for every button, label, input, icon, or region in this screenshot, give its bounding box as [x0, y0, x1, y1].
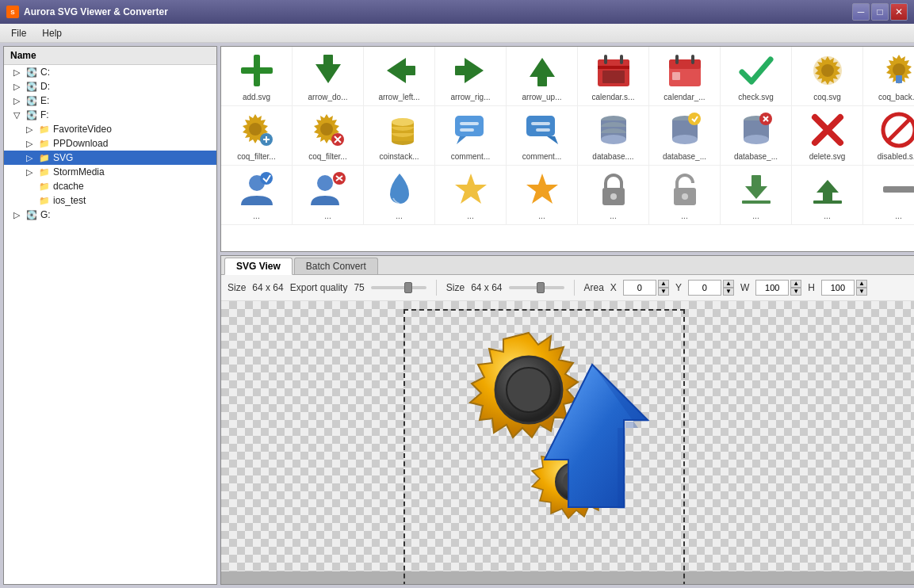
folder-icon: 📁: [38, 195, 51, 206]
y-label: Y: [675, 282, 682, 293]
icon-label: ...: [538, 212, 545, 221]
w-spin-up[interactable]: ▲: [790, 280, 801, 288]
tree-item-dcache[interactable]: 📁 dcache: [4, 179, 216, 193]
icon-cell-calendar2[interactable]: calendar_...: [649, 47, 721, 105]
canvas-area[interactable]: [221, 301, 914, 584]
tree-item-f[interactable]: ▽ 💽 F:: [4, 108, 216, 122]
icon-cell-coq-filter2[interactable]: coq_filter...: [293, 106, 364, 165]
icon-grid-scroll[interactable]: add.svg arrow_do... arrow_left...: [221, 47, 914, 251]
y-spin-arrows: ▲ ▼: [723, 280, 734, 296]
tree-item-g[interactable]: ▷ 💽 G:: [4, 208, 216, 222]
bar-icon: [878, 169, 915, 210]
icon-cell-r3-7[interactable]: ...: [649, 166, 721, 224]
h-spin-up[interactable]: ▲: [856, 280, 867, 288]
unlock-icon: [664, 169, 706, 210]
tree-item-ppdownload[interactable]: ▷ 📁 PPDownload: [4, 136, 216, 151]
icon-cell-r3-2[interactable]: ...: [293, 166, 364, 224]
menu-help[interactable]: Help: [34, 26, 70, 40]
y-spin-up[interactable]: ▲: [723, 280, 734, 288]
viewer-panel: SVG View Batch Convert Size 64 x 64 Expo…: [220, 255, 914, 585]
expand-icon: ▷: [23, 152, 36, 163]
folder-icon: 📁: [38, 181, 51, 192]
folder-icon: 📁: [38, 166, 51, 178]
icon-cell-r3-5[interactable]: ...: [507, 166, 578, 224]
icon-label: arrow_up...: [522, 93, 561, 102]
expand-icon: ▷: [10, 81, 23, 92]
icon-label: calendar_...: [664, 93, 705, 102]
menu-file[interactable]: File: [3, 26, 34, 40]
icon-cell-r3-8[interactable]: ...: [721, 166, 792, 224]
icon-cell-comment2[interactable]: comment...: [507, 106, 578, 165]
icon-cell-database3[interactable]: database_...: [721, 106, 792, 165]
tab-svg-view[interactable]: SVG View: [224, 258, 293, 275]
icon-cell-r3-10[interactable]: ...: [863, 166, 914, 224]
svg-rect-83: [813, 200, 842, 204]
icon-cell-comment1[interactable]: comment...: [435, 106, 507, 165]
svg-point-70: [317, 175, 333, 191]
icon-cell-r3-4[interactable]: ...: [435, 166, 507, 224]
file-tree: Name ▷ 💽 C: ▷ 💽 D: ▷ 💽 E: ▽ 💽 F: ▷: [3, 46, 217, 585]
svg-point-69: [260, 172, 273, 185]
y-spinbox[interactable]: [688, 280, 721, 296]
icon-cell-database2[interactable]: database_...: [649, 106, 721, 165]
icon-cell-r3-9[interactable]: ...: [792, 166, 863, 224]
h-spin-arrows: ▲ ▼: [856, 280, 867, 296]
tree-item-favoritevideo[interactable]: ▷ 📁 FavoriteVideo: [4, 122, 216, 136]
x-spin-down[interactable]: ▼: [658, 288, 669, 296]
check-icon: [736, 50, 777, 91]
icon-cell-arrow-up[interactable]: arrow_up...: [507, 47, 578, 105]
svg-rect-38: [455, 116, 484, 136]
maximize-button[interactable]: □: [871, 3, 889, 21]
w-spinbox-group: ▲ ▼: [755, 280, 801, 296]
close-button[interactable]: ✕: [890, 3, 908, 21]
icon-label: coq_back...: [878, 93, 914, 102]
tree-item-stormmedia[interactable]: ▷ 📁 StormMedia: [4, 165, 216, 179]
minimize-button[interactable]: ─: [852, 3, 870, 21]
tree-item-e[interactable]: ▷ 💽 E:: [4, 94, 216, 108]
tree-item-ios-test[interactable]: 📁 ios_test: [4, 193, 216, 208]
icon-cell-check[interactable]: check.svg: [721, 47, 792, 105]
svg-rect-17: [669, 59, 701, 69]
icon-cell-delete[interactable]: delete.svg: [792, 106, 863, 165]
icon-cell-add[interactable]: add.svg: [221, 47, 293, 105]
w-spinbox[interactable]: [755, 280, 789, 296]
icon-label: coinstack...: [379, 152, 419, 162]
icon-cell-arrow-right[interactable]: arrow_rig...: [435, 47, 507, 105]
quality-slider[interactable]: [371, 286, 426, 289]
drop-icon: [379, 169, 420, 210]
x-spinbox[interactable]: [623, 280, 656, 296]
user-x-icon: [308, 169, 349, 210]
icon-cell-coinstack[interactable]: coinstack...: [364, 106, 435, 165]
svg-rect-24: [896, 75, 902, 83]
tree-item-c[interactable]: ▷ 💽 C:: [4, 65, 216, 79]
icon-cell-disabled[interactable]: disabled.s...: [863, 106, 914, 165]
y-spin-down[interactable]: ▼: [723, 288, 734, 296]
comment2-icon: [522, 109, 563, 151]
icon-row-1: add.svg arrow_do... arrow_left...: [221, 47, 914, 106]
app-icon: S: [6, 6, 19, 18]
h-spinbox[interactable]: [821, 280, 855, 296]
icon-cell-arrow-left[interactable]: arrow_left...: [364, 47, 435, 105]
icon-cell-r3-6[interactable]: ...: [578, 166, 649, 224]
calendar1-icon: [593, 50, 634, 91]
svg-rect-42: [526, 116, 555, 136]
h-spin-down[interactable]: ▼: [856, 288, 867, 296]
icon-cell-coq-back1[interactable]: coq_back...: [863, 47, 914, 105]
arrow-left-icon: [379, 50, 420, 91]
icon-cell-database1[interactable]: database....: [578, 106, 649, 165]
icon-label: ...: [467, 212, 473, 221]
icon-cell-coq-filter1[interactable]: coq_filter...: [221, 106, 293, 165]
tab-batch-convert[interactable]: Batch Convert: [294, 258, 378, 274]
tree-item-svg[interactable]: ▷ 📁 SVG: [4, 151, 216, 165]
w-spin-down[interactable]: ▼: [790, 288, 801, 296]
x-spin-up[interactable]: ▲: [658, 280, 669, 288]
icon-cell-r3-1[interactable]: ...: [221, 166, 293, 224]
icon-cell-coq[interactable]: coq.svg: [792, 47, 863, 105]
icon-cell-r3-3[interactable]: ...: [364, 166, 435, 224]
icon-cell-arrow-down[interactable]: arrow_do...: [293, 47, 364, 105]
size-slider[interactable]: [509, 286, 564, 289]
icon-cell-calendar1[interactable]: calendar.s...: [578, 47, 649, 105]
tree-item-d[interactable]: ▷ 💽 D:: [4, 79, 216, 94]
h-spinbox-group: ▲ ▼: [821, 280, 867, 296]
drive-icon: 💽: [25, 109, 38, 120]
